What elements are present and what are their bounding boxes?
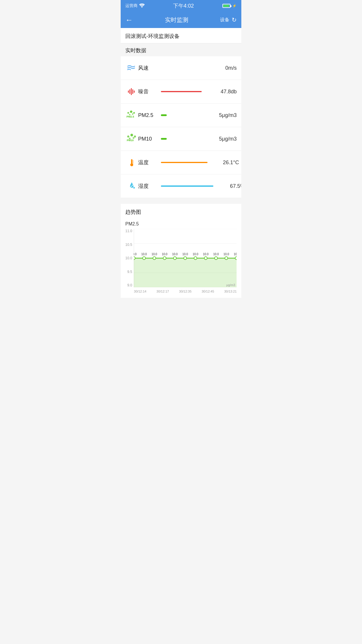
svg-rect-22 bbox=[131, 161, 132, 165]
data-list: 风速 0m/s 噪音 47.8db PM2.5 bbox=[121, 56, 241, 198]
chart-section: 趋势图 PM2.5 11.0 10.5 10.0 9.5 9.0 bbox=[121, 204, 241, 298]
wind-value: 0m/s bbox=[208, 65, 237, 71]
status-time: 下午4:02 bbox=[173, 2, 194, 9]
pm25-icon: PM2.5 bbox=[125, 109, 138, 122]
wifi-icon bbox=[139, 4, 145, 8]
device-title: 回滚测试-环境监测设备 bbox=[125, 33, 237, 40]
svg-point-28 bbox=[131, 187, 131, 188]
device-section: 回滚测试-环境监测设备 bbox=[121, 28, 241, 43]
svg-text:μg/m3: μg/m3 bbox=[226, 283, 235, 287]
y-label-min: 9.0 bbox=[127, 283, 132, 287]
chart-point bbox=[215, 257, 218, 260]
humidity-bar bbox=[161, 186, 213, 187]
y-label-max: 11.0 bbox=[125, 229, 132, 233]
svg-point-26 bbox=[133, 187, 135, 189]
x-label-0: 30/12:14 bbox=[134, 290, 146, 293]
chart-point bbox=[225, 257, 228, 260]
svg-text:10.0: 10.0 bbox=[172, 253, 178, 256]
pm10-value: 5μg/m3 bbox=[208, 136, 237, 142]
svg-text:PM2.5: PM2.5 bbox=[126, 115, 134, 118]
svg-rect-4 bbox=[131, 88, 132, 95]
y-axis: 11.0 10.5 10.0 9.5 9.0 bbox=[125, 229, 134, 287]
chart-point bbox=[194, 257, 197, 260]
pm25-indicator bbox=[159, 114, 208, 116]
chart-point bbox=[204, 257, 207, 260]
x-label-1: 30/12:17 bbox=[157, 290, 169, 293]
svg-point-8 bbox=[127, 112, 129, 114]
humidity-value: 67.5% bbox=[216, 183, 241, 189]
chart-title: PM2.5 bbox=[125, 221, 237, 227]
svg-text:10.0: 10.0 bbox=[234, 253, 237, 256]
pm25-dot bbox=[161, 114, 167, 116]
status-left: 运营商 bbox=[125, 3, 145, 8]
wind-row: 风速 0m/s bbox=[121, 56, 241, 80]
wind-icon bbox=[125, 62, 138, 74]
svg-text:10.0: 10.0 bbox=[134, 253, 137, 256]
humidity-label: 湿度 bbox=[138, 183, 159, 190]
noise-indicator bbox=[159, 91, 208, 92]
temp-bar bbox=[161, 162, 208, 163]
svg-text:PM10: PM10 bbox=[127, 139, 134, 142]
noise-row: 噪音 47.8db bbox=[121, 80, 241, 104]
chart-point bbox=[134, 257, 135, 260]
svg-rect-6 bbox=[134, 90, 135, 93]
svg-point-17 bbox=[129, 138, 131, 139]
y-label-mid2: 10.0 bbox=[125, 256, 132, 260]
svg-point-12 bbox=[132, 113, 133, 115]
chart-fill bbox=[134, 258, 237, 287]
chart-section-label: 趋势图 bbox=[125, 209, 237, 216]
pm10-dot bbox=[161, 138, 167, 140]
nav-title: 实时监测 bbox=[165, 16, 188, 24]
svg-point-15 bbox=[131, 134, 133, 136]
humidity-row: 湿度 67.5% bbox=[121, 174, 241, 198]
battery-lightning: ⚡ bbox=[232, 4, 237, 8]
svg-point-14 bbox=[127, 136, 129, 138]
refresh-button[interactable]: ↻ bbox=[232, 16, 237, 23]
back-button[interactable]: ← bbox=[125, 15, 133, 24]
nav-right-area: 设备 ↻ bbox=[220, 16, 237, 23]
humidity-indicator bbox=[159, 186, 216, 187]
svg-point-1 bbox=[142, 6, 143, 7]
temp-indicator bbox=[159, 162, 210, 163]
svg-point-11 bbox=[129, 114, 131, 116]
device-label[interactable]: 设备 bbox=[220, 17, 229, 23]
temp-row: 温度 26.1°C bbox=[121, 151, 241, 174]
temp-value: 26.1°C bbox=[210, 160, 239, 166]
temp-label: 温度 bbox=[138, 159, 159, 166]
section-divider bbox=[121, 198, 241, 202]
svg-point-10 bbox=[133, 112, 135, 114]
status-right: ⚡ bbox=[222, 4, 237, 8]
noise-label: 噪音 bbox=[138, 88, 159, 95]
svg-text:10.0: 10.0 bbox=[213, 253, 219, 256]
pm10-row: PM10 PM10 5μg/m3 bbox=[121, 127, 241, 151]
svg-rect-3 bbox=[129, 89, 130, 94]
x-label-3: 30/12:45 bbox=[202, 290, 214, 293]
svg-text:10.0: 10.0 bbox=[141, 253, 147, 256]
chart-svg: 10.0 10.0 10.0 10.0 10.0 10.0 10.0 10.0 … bbox=[134, 229, 237, 287]
svg-point-18 bbox=[133, 137, 134, 139]
svg-point-29 bbox=[132, 185, 133, 186]
chart-point bbox=[184, 257, 187, 260]
humidity-icon bbox=[125, 180, 138, 192]
pm25-label: PM2.5 bbox=[138, 112, 159, 118]
temp-icon bbox=[125, 156, 138, 169]
svg-text:10.0: 10.0 bbox=[152, 253, 157, 256]
chart-point bbox=[235, 257, 237, 260]
svg-rect-2 bbox=[128, 90, 129, 93]
svg-text:10.0: 10.0 bbox=[193, 253, 198, 256]
pm25-row: PM2.5 PM2.5 5μg/m3 bbox=[121, 104, 241, 127]
svg-rect-5 bbox=[132, 89, 133, 94]
pm10-indicator bbox=[159, 138, 208, 140]
chart-point bbox=[174, 257, 177, 260]
noise-icon bbox=[125, 85, 138, 98]
noise-value: 47.8db bbox=[208, 89, 237, 95]
x-axis: 30/12:14 30/12:17 30/12:35 30/12:45 30/1… bbox=[134, 290, 237, 293]
chart-area: 10.0 10.0 10.0 10.0 10.0 10.0 10.0 10.0 … bbox=[134, 229, 237, 293]
svg-text:10.0: 10.0 bbox=[203, 253, 209, 256]
chart-point bbox=[143, 257, 146, 260]
x-label-4: 30/13:21 bbox=[224, 290, 237, 293]
nav-bar: ← 实时监测 设备 ↻ bbox=[121, 12, 241, 28]
realtime-label: 实时数据 bbox=[121, 43, 241, 56]
noise-bar bbox=[161, 91, 202, 92]
y-label-mid3: 9.5 bbox=[127, 270, 132, 274]
